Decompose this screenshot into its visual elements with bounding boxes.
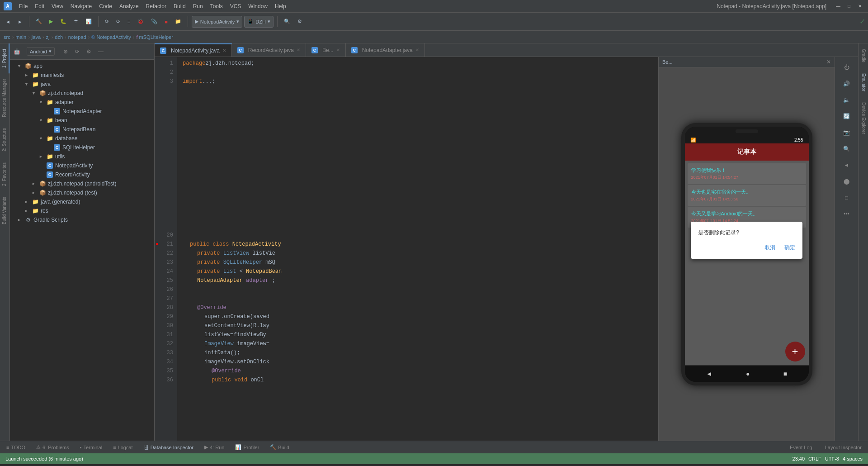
toolbar-sync2-btn[interactable]: ⟳	[113, 17, 123, 26]
tree-item-test[interactable]: ► 📦 zj.dzh.notepad (test)	[10, 188, 154, 197]
tree-item-adapter[interactable]: ▼ 📁 adapter	[10, 98, 154, 107]
phone-home-nav[interactable]: ●	[746, 370, 750, 377]
toolbar-sdk-btn[interactable]: 📁	[172, 17, 184, 26]
favorites-tab[interactable]: 2: Favorites	[0, 157, 9, 191]
resource-manager-tab[interactable]: Resource Manager	[0, 73, 9, 123]
menu-vcs[interactable]: VCS	[226, 2, 245, 10]
toolbar-build-btn[interactable]: 🔨	[33, 17, 45, 26]
maximize-button[interactable]: □	[844, 3, 854, 10]
tab-be-close[interactable]: ✕	[336, 48, 340, 52]
menu-run[interactable]: Run	[189, 2, 207, 10]
tree-item-sqlite-helper[interactable]: C SQLiteHelper	[10, 143, 154, 152]
breadcrumb-main[interactable]: main	[15, 34, 26, 40]
event-log-btn[interactable]: Event Log	[787, 444, 815, 451]
database-inspector-btn[interactable]: 🗄 Database Inspector	[141, 444, 196, 451]
logcat-btn[interactable]: ≡ Logcat	[110, 444, 135, 451]
emu-volume-up-btn[interactable]: 🔊	[840, 77, 854, 90]
tree-item-notepad-activity[interactable]: C NotepadActivity	[10, 161, 154, 170]
close-button[interactable]: ✕	[855, 3, 864, 10]
status-encoding[interactable]: UTF-8	[825, 456, 839, 461]
build-variants-tab[interactable]: Build Variants	[0, 191, 9, 230]
breadcrumb-java[interactable]: java	[32, 34, 41, 40]
menu-help[interactable]: Help	[271, 2, 290, 10]
tree-item-java-generated[interactable]: ► 📁 java (generated)	[10, 197, 154, 206]
emu-home-btn[interactable]: ⬤	[840, 175, 854, 188]
emu-zoom-btn[interactable]: 🔍	[840, 142, 854, 156]
run-config-dropdown[interactable]: ▶ NotepadActivity ▾	[192, 16, 242, 28]
emu-overview-btn[interactable]: □	[840, 191, 854, 204]
emu-back-btn[interactable]: ◄	[840, 158, 854, 172]
todo-btn[interactable]: ≡ TODO	[4, 444, 28, 451]
panel-add-btn[interactable]: ⊕	[61, 47, 70, 56]
tab-record-activity[interactable]: C RecordActivity.java ✕	[232, 43, 306, 57]
tree-item-utils[interactable]: ► 📁 utils	[10, 152, 154, 161]
toolbar-debug2-btn[interactable]: 🐞	[135, 17, 146, 26]
structure-tab[interactable]: 2: Structure	[0, 123, 9, 157]
panel-close-btn[interactable]: —	[96, 47, 105, 56]
toolbar-stop-btn[interactable]: ■	[162, 18, 170, 26]
tree-item-database[interactable]: ▼ 📁 database	[10, 134, 154, 143]
menu-window[interactable]: Window	[245, 2, 271, 10]
phone-note-2[interactable]: 今天也是宅在宿舍的一天。 2021年07月01日 14:53:56	[688, 185, 806, 206]
tree-item-java[interactable]: ▼ 📁 java	[10, 80, 154, 89]
phone-note-1[interactable]: 学习使我快乐！ 2021年07月01日 14:54:27	[688, 163, 806, 184]
menu-file[interactable]: File	[15, 2, 31, 10]
menu-refactor[interactable]: Refactor	[142, 2, 170, 10]
problems-btn[interactable]: ⚠ 6: Problems	[33, 443, 72, 451]
tree-item-notepad-adapter[interactable]: C NotepadAdapter	[10, 107, 154, 116]
terminal-btn[interactable]: ▪ Terminal	[77, 444, 105, 451]
tree-item-gradle[interactable]: ► ⚙ Gradle Scripts	[10, 215, 154, 224]
status-line-ending[interactable]: CRLF	[808, 456, 821, 461]
tree-item-bean[interactable]: ▼ 📁 bean	[10, 116, 154, 125]
tree-item-record-activity[interactable]: C RecordActivity	[10, 170, 154, 179]
toolbar-debug-btn[interactable]: 🐛	[57, 17, 69, 26]
emu-power-btn[interactable]: ⏻	[840, 61, 854, 74]
toolbar-sync-btn[interactable]: ⟳	[102, 17, 112, 26]
tab-notepad-close[interactable]: ✕	[222, 48, 226, 53]
tree-item-notepad-bean[interactable]: C NotepadBean	[10, 125, 154, 134]
device-dropdown[interactable]: 📱 DZH ▾	[244, 16, 274, 28]
emu-screenshot-btn[interactable]: 📷	[840, 126, 854, 139]
tab-notepad-activity[interactable]: C NotepadActivity.java ✕	[155, 43, 232, 57]
run-btn[interactable]: ▶ 4: Run	[202, 443, 227, 451]
phone-recent-nav[interactable]: ■	[783, 370, 787, 377]
emu-rotate-btn[interactable]: 🔄	[840, 109, 854, 123]
panel-sync-btn[interactable]: ⟳	[73, 47, 82, 56]
phone-dialog-cancel[interactable]: 取消	[764, 244, 775, 252]
menu-navigate[interactable]: Navigate	[67, 2, 95, 10]
toolbar-search-btn[interactable]: 🔍	[281, 17, 293, 26]
status-indent[interactable]: 4 spaces	[843, 456, 863, 461]
editor[interactable]: 1 2 3 20 21 22 23 24 25 26 27 28 29 30 3…	[155, 57, 858, 441]
tree-item-android-test[interactable]: ► 📦 zj.dzh.notepad (androidTest)	[10, 179, 154, 188]
menu-view[interactable]: View	[48, 2, 67, 10]
toolbar-forward-btn[interactable]: ►	[15, 18, 25, 26]
toolbar-analyze-btn[interactable]: ≡	[125, 18, 133, 26]
breadcrumb-dzh[interactable]: dzh	[55, 34, 63, 40]
phone-fab[interactable]: +	[785, 342, 805, 361]
tree-item-app[interactable]: ▼ 📦 app	[10, 62, 154, 71]
profiler-btn[interactable]: 📊 Profiler	[232, 443, 262, 451]
tab-notepad-adapter[interactable]: C NotepadAdapter.java ✕	[346, 43, 425, 57]
emu-more-btn[interactable]: •••	[840, 207, 854, 221]
project-tab[interactable]: 1: Project	[0, 43, 9, 73]
toolbar-back-btn[interactable]: ◄	[3, 18, 13, 26]
tree-item-res[interactable]: ► 📁 res	[10, 206, 154, 215]
emu-volume-down-btn[interactable]: 🔈	[840, 93, 854, 107]
menu-tools[interactable]: Tools	[207, 2, 226, 10]
device-explorer-tab[interactable]: Device Explorer	[859, 97, 868, 140]
emulator-tab[interactable]: Emulator	[859, 68, 868, 97]
toolbar-profile-btn[interactable]: 📊	[83, 17, 94, 26]
breadcrumb-field[interactable]: f mSQLiteHelper	[136, 34, 173, 40]
tree-item-manifests[interactable]: ► 📁 manifests	[10, 71, 154, 80]
menu-build[interactable]: Build	[170, 2, 189, 10]
breadcrumb-activity[interactable]: © NotepadActivity	[91, 34, 131, 40]
toolbar-run-btn[interactable]: ▶	[47, 17, 56, 26]
toolbar-attach-btn[interactable]: 📎	[148, 17, 160, 26]
breadcrumb-notepad[interactable]: notepad	[68, 34, 86, 40]
panel-settings-btn[interactable]: ⚙	[85, 47, 94, 56]
android-dropdown[interactable]: Android ▾	[27, 47, 55, 56]
menu-code[interactable]: Code	[95, 2, 116, 10]
toolbar-settings-btn[interactable]: ⚙	[295, 17, 305, 26]
build-btn[interactable]: 🔨 Build	[267, 443, 292, 451]
phone-dialog-confirm[interactable]: 确定	[784, 244, 795, 252]
